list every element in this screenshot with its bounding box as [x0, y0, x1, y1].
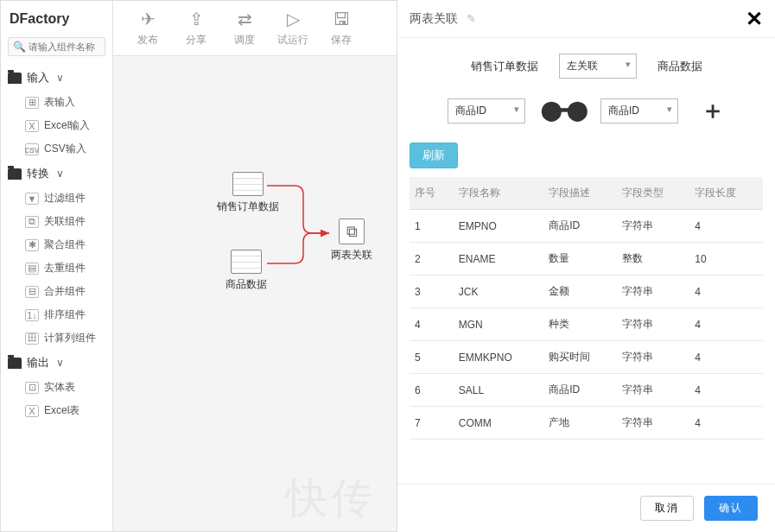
component-icon: ⧉	[25, 216, 39, 228]
folder-icon	[8, 358, 22, 369]
panel-header: 两表关联 ✎ ✕	[397, 0, 775, 38]
table-row[interactable]: 5EMMKPNO购买时间字符串4	[410, 341, 763, 374]
left-source-label: 销售订单数据	[471, 59, 538, 74]
confirm-button[interactable]: 确认	[704, 496, 758, 521]
tree-item[interactable]: ▼过滤组件	[22, 187, 109, 210]
close-icon[interactable]: ✕	[746, 7, 763, 31]
table-row[interactable]: 7COMM产地字符串4	[410, 407, 763, 440]
component-icon: 田	[25, 332, 39, 345]
tree-item[interactable]: 1↓排序组件	[22, 303, 109, 326]
node-product-data[interactable]: 商品数据	[226, 250, 267, 292]
app-title: DFactory	[1, 1, 112, 34]
sidebar: DFactory 🔍 输入∨⊞表输入XExcel输入csvCSV输入转换∨▼过滤…	[1, 1, 113, 531]
toolbar-icon: 🖫	[317, 9, 365, 29]
edit-icon[interactable]: ✎	[467, 12, 476, 25]
table-row[interactable]: 6SALL商品ID字符串4	[410, 374, 763, 407]
table-row[interactable]: 2ENAME数量整数10	[410, 243, 763, 276]
toolbar-调度[interactable]: ⇄调度	[220, 9, 269, 48]
component-icon: ⊞	[25, 97, 39, 109]
chevron-down-icon: ∨	[56, 168, 64, 180]
left-field-select[interactable]: 商品ID	[448, 98, 525, 124]
cancel-button[interactable]: 取消	[640, 496, 694, 521]
toolbar-分享[interactable]: ⇪分享	[172, 9, 220, 48]
toolbar-发布[interactable]: ✈发布	[124, 9, 172, 48]
component-icon: ⊟	[25, 286, 39, 298]
refresh-button[interactable]: 刷新	[410, 142, 458, 168]
right-field-select[interactable]: 商品ID	[600, 98, 678, 124]
column-header: 字段描述	[543, 177, 617, 210]
tree-item[interactable]: ⊡实体表	[22, 376, 109, 399]
tree-group[interactable]: 输入∨	[4, 65, 109, 91]
component-icon: ⊡	[25, 382, 39, 394]
tree-item[interactable]: ⊞表输入	[22, 91, 109, 114]
column-header: 序号	[410, 177, 454, 210]
column-header: 字段名称	[454, 177, 543, 210]
component-icon: ✱	[25, 239, 39, 251]
column-header: 字段长度	[689, 177, 763, 210]
chevron-down-icon: ∨	[56, 72, 64, 84]
component-icon: csv	[25, 143, 39, 155]
tree-group[interactable]: 输出∨	[4, 350, 109, 376]
toolbar-icon: ▷	[269, 9, 317, 29]
tree-item[interactable]: 田计算列组件	[22, 326, 109, 350]
toolbar-保存[interactable]: 🖫保存	[317, 9, 365, 48]
component-tree: 输入∨⊞表输入XExcel输入csvCSV输入转换∨▼过滤组件⧉关联组件✱聚合组…	[1, 65, 112, 531]
add-condition-button[interactable]: ＋	[701, 94, 725, 127]
join-type-select[interactable]: 左关联	[559, 54, 637, 79]
tree-item[interactable]: XExcel输入	[22, 114, 109, 137]
component-icon: X	[25, 405, 39, 417]
tree-group[interactable]: 转换∨	[4, 161, 109, 187]
table-icon	[231, 250, 262, 274]
table-icon	[232, 172, 264, 196]
search-input[interactable]	[29, 41, 100, 52]
folder-icon	[8, 168, 22, 180]
fields-table: 序号字段名称字段描述字段类型字段长度 1EMPNO商品ID字符串42ENAME数…	[410, 177, 763, 440]
panel-footer: 取消 确认	[397, 484, 775, 532]
chevron-down-icon: ∨	[56, 357, 64, 369]
tree-item[interactable]: ✱聚合组件	[22, 233, 109, 256]
component-icon: X	[25, 120, 39, 132]
table-row[interactable]: 1EMPNO商品ID字符串4	[410, 210, 763, 243]
component-icon: ▤	[25, 263, 39, 275]
column-header: 字段类型	[617, 177, 690, 210]
toolbar-icon: ⇄	[220, 9, 269, 29]
join-icon: ⧉	[339, 218, 365, 244]
tree-item[interactable]: ▤去重组件	[22, 256, 109, 280]
node-join[interactable]: ⧉ 两表关联	[331, 218, 372, 263]
toolbar-icon: ⇪	[172, 9, 220, 29]
tree-item[interactable]: csvCSV输入	[22, 137, 109, 161]
search-box[interactable]: 🔍	[8, 37, 105, 56]
config-panel: 两表关联 ✎ ✕ 销售订单数据 左关联 商品数据 商品ID ⬤━⬤ 商品ID ＋…	[397, 0, 775, 532]
toolbar-icon: ✈	[124, 9, 172, 29]
tree-item[interactable]: ⧉关联组件	[22, 210, 109, 233]
table-row[interactable]: 3JCK金额字符串4	[410, 276, 763, 308]
folder-icon	[8, 73, 22, 84]
table-row[interactable]: 4MGN种类字符串4	[410, 308, 763, 341]
component-icon: 1↓	[25, 309, 39, 321]
component-icon: ▼	[25, 193, 39, 205]
toolbar-试运行[interactable]: ▷试运行	[269, 9, 317, 48]
right-source-label: 商品数据	[657, 59, 702, 74]
panel-body: 销售订单数据 左关联 商品数据 商品ID ⬤━⬤ 商品ID ＋ 刷新 序号字段名…	[397, 38, 775, 484]
tree-item[interactable]: XExcel表	[22, 399, 109, 422]
watermark: 快传	[286, 471, 376, 526]
link-icon: ⬤━⬤	[541, 99, 585, 122]
panel-title: 两表关联	[410, 11, 458, 27]
tree-item[interactable]: ⊟合并组件	[22, 280, 109, 303]
node-sales-data[interactable]: 销售订单数据	[217, 172, 279, 214]
search-icon: 🔍	[13, 41, 26, 53]
